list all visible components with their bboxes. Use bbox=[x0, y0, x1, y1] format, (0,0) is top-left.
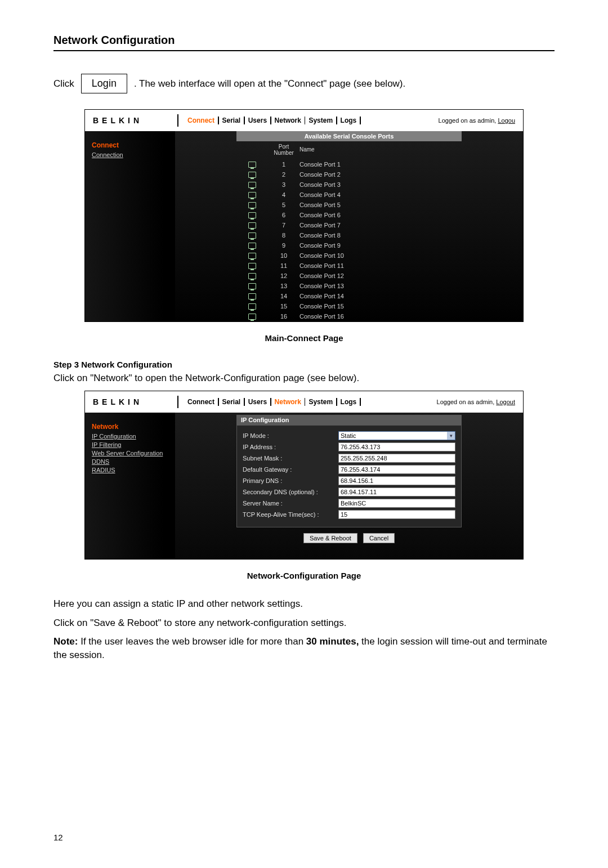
port-row[interactable]: 12Console Port 12 bbox=[236, 271, 462, 281]
note-part1: If the user leaves the web browser idle … bbox=[78, 636, 306, 647]
port-name: Console Port 13 bbox=[299, 283, 462, 289]
brand-logo-2: BELKIN bbox=[93, 397, 172, 406]
sidebar-heading: Connect bbox=[92, 141, 168, 149]
tab-network[interactable]: Network bbox=[271, 398, 305, 406]
terminal-icon bbox=[248, 253, 256, 259]
config-row: Secondary DNS (optional) :68.94.157.11 bbox=[243, 486, 455, 498]
config-input[interactable]: 68.94.157.11 bbox=[338, 487, 455, 496]
top-bar-2: BELKIN ConnectSerialUsersNetworkSystemLo… bbox=[85, 391, 523, 413]
port-row[interactable]: 3Console Port 3 bbox=[236, 180, 462, 190]
config-input[interactable]: 76.255.43.173 bbox=[338, 442, 455, 451]
main-panel-2: IP Configuration IP Mode :Static▾IP Addr… bbox=[175, 413, 523, 559]
logged-on-prefix: Logged on as admin, bbox=[439, 117, 498, 124]
port-number: 6 bbox=[268, 212, 299, 218]
port-name: Console Port 12 bbox=[299, 272, 462, 279]
port-row[interactable]: 2Console Port 2 bbox=[236, 169, 462, 180]
port-number: 13 bbox=[268, 283, 299, 289]
logout-link[interactable]: Logou bbox=[498, 117, 515, 124]
port-row[interactable]: 7Console Port 7 bbox=[236, 220, 462, 230]
sidebar-link[interactable]: IP Filtering bbox=[92, 441, 168, 448]
body-text-save-reboot: Click on "Save & Reboot" to store any ne… bbox=[53, 616, 555, 630]
terminal-icon bbox=[248, 192, 256, 198]
config-input[interactable]: BelkinSC bbox=[338, 499, 455, 508]
port-row[interactable]: 11Console Port 11 bbox=[236, 261, 462, 271]
note-label: Note: bbox=[53, 636, 78, 647]
note-bold: 30 minutes, bbox=[306, 636, 359, 647]
sidebar-link[interactable]: DDNS bbox=[92, 458, 168, 465]
port-name: Console Port 16 bbox=[299, 313, 462, 320]
section-title: Network Configuration bbox=[53, 34, 555, 47]
port-name: Console Port 14 bbox=[299, 293, 462, 299]
port-name: Console Port 7 bbox=[299, 222, 462, 229]
port-row[interactable]: 8Console Port 8 bbox=[236, 230, 462, 240]
port-row[interactable]: 6Console Port 6 bbox=[236, 210, 462, 220]
login-button[interactable]: Login bbox=[81, 74, 127, 93]
terminal-icon bbox=[248, 314, 256, 320]
config-input[interactable]: 68.94.156.1 bbox=[338, 476, 455, 485]
config-row: Subnet Mask :255.255.255.248 bbox=[243, 453, 455, 464]
tab-users[interactable]: Users bbox=[245, 117, 270, 124]
tab-users[interactable]: Users bbox=[245, 398, 270, 406]
sidebar-link[interactable]: Connection bbox=[92, 151, 168, 158]
config-label: IP Mode : bbox=[243, 432, 338, 439]
save-reboot-button[interactable]: Save & Reboot bbox=[303, 533, 357, 543]
tab-serial[interactable]: Serial bbox=[219, 398, 244, 406]
port-name: Console Port 4 bbox=[299, 191, 462, 198]
ports-table-header: Port Number Name bbox=[236, 141, 462, 159]
port-name: Console Port 3 bbox=[299, 181, 462, 188]
ports-table-title: Available Serial Console Ports bbox=[236, 131, 462, 141]
port-row[interactable]: 15Console Port 15 bbox=[236, 301, 462, 311]
tab-network[interactable]: Network bbox=[271, 117, 305, 124]
terminal-icon bbox=[248, 303, 256, 310]
port-row[interactable]: 13Console Port 13 bbox=[236, 281, 462, 291]
port-row[interactable]: 10Console Port 10 bbox=[236, 250, 462, 261]
port-row[interactable]: 1Console Port 1 bbox=[236, 159, 462, 169]
config-row: Default Gateway :76.255.43.174 bbox=[243, 464, 455, 475]
terminal-icon bbox=[248, 222, 256, 229]
tab-connect[interactable]: Connect bbox=[184, 117, 218, 124]
port-row[interactable]: 4Console Port 4 bbox=[236, 190, 462, 200]
port-number: 5 bbox=[268, 202, 299, 208]
tab-logs[interactable]: Logs bbox=[337, 117, 360, 124]
sidebar-link[interactable]: RADIUS bbox=[92, 467, 168, 473]
config-label: Secondary DNS (optional) : bbox=[243, 489, 338, 495]
port-number: 16 bbox=[268, 313, 299, 320]
config-input[interactable]: 255.255.255.248 bbox=[338, 454, 455, 463]
screenshot-network: BELKIN ConnectSerialUsersNetworkSystemLo… bbox=[84, 391, 524, 560]
port-row[interactable]: 14Console Port 14 bbox=[236, 291, 462, 301]
config-input[interactable]: 15 bbox=[338, 510, 455, 519]
port-row[interactable]: 16Console Port 16 bbox=[236, 311, 462, 321]
chevron-down-icon: ▾ bbox=[447, 432, 455, 440]
title-rule bbox=[53, 50, 555, 51]
logged-on-prefix-2: Logged on as admin, bbox=[437, 399, 497, 405]
port-name: Console Port 1 bbox=[299, 161, 462, 168]
port-number: 14 bbox=[268, 293, 299, 299]
terminal-icon bbox=[248, 162, 256, 168]
sidebar-link[interactable]: IP Configuration bbox=[92, 433, 168, 440]
port-row[interactable]: 9Console Port 9 bbox=[236, 240, 462, 250]
ports-table: Available Serial Console Ports Port Numb… bbox=[236, 131, 462, 321]
config-input[interactable]: 76.255.43.174 bbox=[338, 465, 455, 474]
caption-network: Network-Configuration Page bbox=[53, 571, 555, 580]
body-text-static-ip: Here you can assign a static IP and othe… bbox=[53, 597, 555, 611]
sidebar-link[interactable]: Web Server Configuration bbox=[92, 450, 168, 457]
main-panel: Available Serial Console Ports Port Numb… bbox=[175, 131, 523, 321]
ip-mode-select[interactable]: Static▾ bbox=[338, 431, 455, 440]
port-name: Console Port 6 bbox=[299, 212, 462, 218]
port-row[interactable]: 5Console Port 5 bbox=[236, 200, 462, 210]
tab-serial[interactable]: Serial bbox=[219, 117, 244, 124]
ip-config-fields: IP Mode :Static▾IP Address :76.255.43.17… bbox=[236, 425, 462, 527]
tab-system[interactable]: System bbox=[305, 398, 336, 406]
cancel-button[interactable]: Cancel bbox=[363, 533, 395, 543]
tab-logs[interactable]: Logs bbox=[337, 398, 360, 406]
terminal-icon bbox=[248, 212, 256, 218]
logout-link-2[interactable]: Logout bbox=[496, 399, 515, 405]
port-number: 1 bbox=[268, 161, 299, 168]
sidebar-links-2: IP ConfigurationIP FilteringWeb Server C… bbox=[92, 433, 168, 473]
tab-system[interactable]: System bbox=[305, 117, 336, 124]
config-row: Server Name :BelkinSC bbox=[243, 498, 455, 509]
tab-connect[interactable]: Connect bbox=[184, 398, 218, 406]
click-before: Click bbox=[53, 78, 74, 90]
port-name: Console Port 2 bbox=[299, 171, 462, 178]
config-row: IP Address :76.255.43.173 bbox=[243, 441, 455, 453]
